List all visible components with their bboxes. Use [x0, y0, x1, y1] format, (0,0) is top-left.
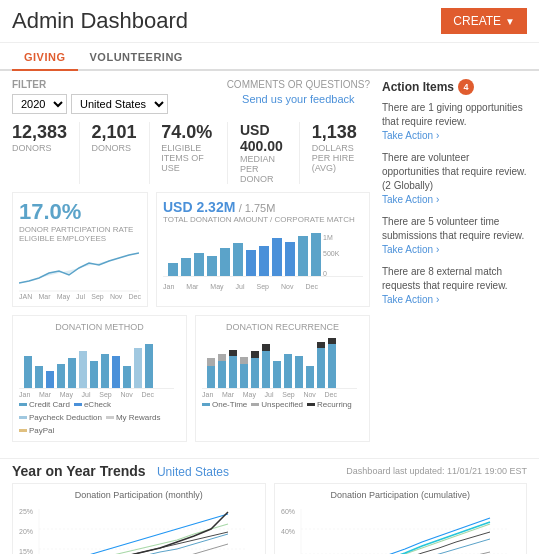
legend-echeck: eCheck [74, 400, 111, 409]
stat-donors2: 2,101 DONORS [92, 122, 137, 184]
svg-text:0: 0 [323, 270, 327, 277]
page-title: Admin Dashboard [12, 8, 188, 34]
tab-giving[interactable]: GIVING [12, 43, 78, 71]
percent-value: 17.0% [19, 199, 141, 225]
stat-divider-1 [79, 122, 80, 184]
stat-donors-label: DONORS [12, 143, 67, 153]
tab-volunteering[interactable]: VOLUNTEERING [78, 43, 195, 69]
svg-rect-47 [317, 348, 325, 388]
tabs: GIVING VOLUNTEERING [0, 43, 539, 71]
legend-unspecified-dot [251, 403, 259, 406]
donation-method-chart: DONATION METHOD JanM [12, 315, 187, 442]
svg-rect-34 [218, 354, 226, 361]
svg-rect-24 [90, 361, 98, 388]
sparkline-chart [19, 243, 139, 293]
svg-rect-25 [101, 354, 109, 388]
method-labels: JanMarMayJulSepNovDec [19, 391, 154, 398]
svg-text:20%: 20% [19, 528, 33, 535]
legend-recurring: Recurring [307, 400, 352, 409]
svg-rect-26 [112, 356, 120, 388]
yoy-charts: Donation Participation (monthly) 25% 20%… [0, 479, 539, 554]
svg-rect-31 [207, 366, 215, 388]
stat-divider-2 [149, 122, 150, 184]
action-item-4-text: There are 8 external match requests that… [382, 266, 508, 291]
yoy-header: Year on Year Trends United States Dashbo… [0, 459, 539, 479]
svg-rect-7 [233, 243, 243, 276]
yoy-cumulative-chart: Donation Participation (cumulative) 60% … [274, 483, 528, 554]
region-select[interactable]: United States [71, 94, 168, 114]
stat-hire-label: DOLLARS PER HIRE (AVG) [312, 143, 370, 173]
chart-row-2: DONATION METHOD JanM [12, 315, 370, 442]
donation-bar-chart: 1M 500K 0 [163, 228, 363, 283]
create-arrow-icon: ▼ [505, 16, 515, 27]
feedback-section: COMMENTS OR QUESTIONS? Send us your feed… [227, 79, 370, 106]
svg-rect-23 [79, 351, 87, 388]
filter-section: FILTER 202020192018 United States [12, 79, 168, 114]
action-item-2-link[interactable]: Take Action › [382, 194, 439, 205]
legend-paypal-label: PayPal [29, 426, 54, 435]
svg-rect-44 [284, 354, 292, 388]
svg-rect-29 [145, 344, 153, 388]
svg-rect-33 [218, 361, 226, 388]
legend-onetime-dot [202, 403, 210, 406]
create-button[interactable]: CREATE ▼ [441, 8, 527, 34]
legend-recurring-label: Recurring [317, 400, 352, 409]
legend-creditcard-dot [19, 403, 27, 406]
svg-text:25%: 25% [19, 508, 33, 515]
recurrence-labels: JanMarMayJulSepNovDec [202, 391, 337, 398]
stat-divider-3 [227, 122, 228, 184]
legend-onetime-label: One-Time [212, 400, 247, 409]
svg-rect-40 [251, 351, 259, 358]
svg-rect-9 [259, 246, 269, 276]
legend-echeck-label: eCheck [84, 400, 111, 409]
legend-paypal-dot [19, 429, 27, 432]
year-select[interactable]: 202020192018 [12, 94, 67, 114]
feedback-label: COMMENTS OR QUESTIONS? [227, 79, 370, 90]
action-item-1-link[interactable]: Take Action › [382, 130, 439, 141]
yoy-title-row: Year on Year Trends United States [12, 463, 229, 479]
action-item-3-link[interactable]: Take Action › [382, 244, 439, 255]
stat-median: USD 400.00 MEDIAN PER DONOR [240, 122, 287, 184]
donation-amount-chart: USD 2.32M / 1.75M TOTAL DONATION AMOUNT … [156, 192, 370, 307]
legend-creditcard-label: Credit Card [29, 400, 70, 409]
svg-rect-22 [68, 358, 76, 388]
stat-donors: 12,383 DONORS [12, 122, 67, 184]
svg-rect-46 [306, 366, 314, 388]
stat-median-label: MEDIAN PER DONOR [240, 154, 287, 184]
action-item-2: There are volunteer opportunities that r… [382, 151, 527, 207]
svg-rect-38 [240, 357, 248, 364]
filter-selects: 202020192018 United States [12, 94, 168, 114]
main-content: FILTER 202020192018 United States COMMEN… [0, 71, 539, 458]
svg-rect-41 [262, 351, 270, 388]
action-item-4-link[interactable]: Take Action › [382, 294, 439, 305]
donation-stats: USD 2.32M / 1.75M TOTAL DONATION AMOUNT … [163, 199, 363, 224]
svg-rect-50 [328, 338, 336, 344]
legend-rewards-label: My Rewards [116, 413, 160, 422]
svg-rect-49 [328, 344, 336, 388]
svg-rect-21 [57, 364, 65, 388]
stat-eligible-label: ELIGIBLE ITEMS OF USE [161, 143, 215, 173]
bar-chart-labels: JanMarMayJulSepNovDec [163, 283, 318, 290]
svg-rect-18 [24, 356, 32, 388]
stat-donors-value: 12,383 [12, 122, 67, 143]
svg-rect-42 [262, 344, 270, 351]
svg-rect-10 [272, 238, 282, 276]
percent-label: DONOR PARTICIPATION RATE [19, 225, 141, 234]
feedback-link[interactable]: Send us your feedback [242, 93, 355, 105]
donation-match: / 1.75M [239, 202, 276, 214]
svg-rect-32 [207, 358, 215, 366]
svg-rect-8 [246, 250, 256, 276]
donation-value: USD 2.32M [163, 199, 235, 215]
svg-rect-19 [35, 366, 43, 388]
method-title: DONATION METHOD [19, 322, 180, 332]
filter-label: FILTER [12, 79, 168, 90]
legend-rewards: My Rewards [106, 413, 160, 422]
donation-label: TOTAL DONATION AMOUNT / CORPORATE MATCH [163, 215, 363, 224]
svg-rect-5 [207, 256, 217, 276]
svg-rect-35 [229, 356, 237, 388]
right-panel: Action Items 4 There are 1 giving opport… [382, 79, 527, 450]
action-item-1: There are 1 giving opportunities that re… [382, 101, 527, 143]
svg-rect-39 [251, 358, 259, 388]
action-item-2-text: There are volunteer opportunities that r… [382, 152, 527, 191]
cumulative-line-svg: 60% 40% 20% 0% [281, 504, 511, 554]
